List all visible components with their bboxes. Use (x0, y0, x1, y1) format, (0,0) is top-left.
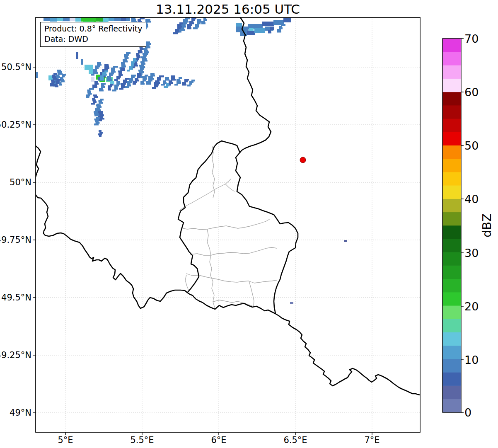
radar-echo-pixel (114, 86, 118, 88)
radar-echo-pixel (96, 17, 103, 22)
radar-echo-pixel (118, 74, 123, 76)
radar-echo-pixel (95, 65, 100, 68)
canton-border (186, 274, 277, 283)
radar-echo-pixel (187, 26, 191, 28)
colorbar-segment (442, 305, 461, 319)
colorbar-segment (442, 225, 461, 239)
colorbar-segment (442, 119, 461, 132)
radar-echo-pixel (195, 26, 199, 28)
radar-echo-pixel (104, 64, 109, 66)
radar-echo-pixel (154, 85, 158, 87)
radar-echo-pixel (141, 56, 146, 58)
radar-echo-pixel (189, 22, 194, 24)
radar-echo-pixel (92, 99, 96, 102)
radar-echo-pixel (165, 79, 169, 81)
radar-echo-pixel (92, 98, 95, 100)
radar-echo-pixel (95, 109, 101, 111)
radar-map-figure (0, 0, 498, 448)
colorbar-segment (442, 212, 461, 225)
radar-echo-pixel (191, 19, 195, 21)
colorbar-tick-label: 30 (464, 247, 493, 259)
radar-echo-pixel (129, 80, 133, 82)
radar-echo-pixel (161, 84, 165, 86)
radar-echo-pixel (270, 27, 274, 29)
colorbar-tick-label: 10 (464, 354, 493, 366)
radar-echo-pixel (148, 80, 152, 82)
radar-echo-pixel (143, 80, 146, 82)
radar-echo-pixel (114, 79, 118, 81)
radar-echo-pixel (144, 50, 148, 52)
radar-echo-pixel (121, 68, 125, 70)
radar-echo-pixel (76, 52, 78, 59)
colorbar-segment (442, 78, 461, 92)
radar-echo-pixel (92, 86, 97, 88)
colorbar-segment (442, 39, 461, 52)
radar-echo-pixel (281, 24, 285, 26)
radar-echo-pixel (179, 22, 183, 24)
radar-echo-pixel (197, 21, 202, 23)
y-tick-label: 49.5°N (0, 293, 31, 303)
radar-echo-pixel (145, 75, 148, 77)
radar-echo-pixel (236, 23, 242, 27)
radar-echo-pixel (133, 83, 136, 85)
canton-border (207, 229, 215, 308)
radar-echo-pixel (89, 88, 94, 90)
radar-echo-pixel (131, 75, 136, 77)
radar-echo-pixel (70, 17, 75, 21)
radar-echo-pixel (101, 85, 104, 87)
country-border-france-germany (276, 314, 420, 395)
radar-echo-pixel (88, 93, 92, 95)
y-tick-label: 49.25°N (0, 350, 31, 360)
radar-echo-pixel (197, 22, 201, 24)
radar-echo-pixel (62, 74, 66, 76)
radar-echo-pixel (110, 84, 114, 86)
radar-echo-pixel (50, 17, 57, 22)
radar-echo-pixel (121, 83, 126, 85)
radar-echo-pixel (159, 75, 164, 77)
colorbar-segment (442, 185, 461, 199)
radar-echo-pixel (98, 111, 103, 113)
radar-echo-pixel (108, 89, 111, 91)
radar-echo-pixel (191, 80, 195, 82)
radar-echo-pixel (129, 66, 133, 68)
radar-echo-pixel (62, 75, 65, 77)
radar-echo-pixel (99, 113, 103, 115)
colorbar-segment (442, 292, 461, 306)
radar-echo-pixel (110, 81, 114, 84)
colorbar-segment (442, 252, 461, 266)
radar-echo-pixel (85, 65, 93, 70)
radar-echo-pixel (59, 82, 62, 84)
colorbar-segment (442, 65, 461, 79)
radar-echo-pixel (189, 81, 193, 83)
radar-echo-pixel (53, 78, 57, 80)
radar-echo-pixel (91, 103, 95, 105)
radar-echo-pixel (51, 80, 54, 82)
radar-echo-pixel (101, 83, 106, 85)
radar-echo-pixel (118, 73, 122, 75)
radar-echo-pixel (94, 111, 98, 113)
y-tick-label: 49°N (0, 408, 31, 418)
canton-border (185, 275, 189, 290)
radar-echo-pixel (131, 63, 134, 65)
radar-echo-pixel (142, 60, 147, 62)
radar-echo-pixel (148, 76, 153, 78)
colorbar-segment (442, 279, 461, 293)
colorbar-segment (442, 92, 461, 106)
radar-echo-pixel (56, 75, 60, 77)
radar-echo-pixel (131, 61, 135, 63)
radar-echo-pixel (109, 74, 113, 76)
radar-echo-pixel (131, 19, 136, 21)
radar-echo-pixel (254, 28, 265, 33)
radar-echo-pixel (157, 79, 161, 81)
radar-echo-pixel (112, 90, 116, 92)
radar-echo-pixel (97, 62, 101, 64)
y-tick-label: 50°N (0, 177, 31, 187)
radar-echo-pixel (133, 58, 136, 60)
radar-echo-pixel (137, 75, 141, 77)
colorbar-segment (442, 385, 461, 399)
radar-echo-pixel (139, 65, 144, 67)
y-tick-label: 50.25°N (0, 120, 31, 130)
radar-echo-pixel (98, 133, 102, 136)
product-info-line: Product: 0.8° Reflectivity (44, 24, 142, 34)
radar-echo-pixel (279, 27, 283, 29)
